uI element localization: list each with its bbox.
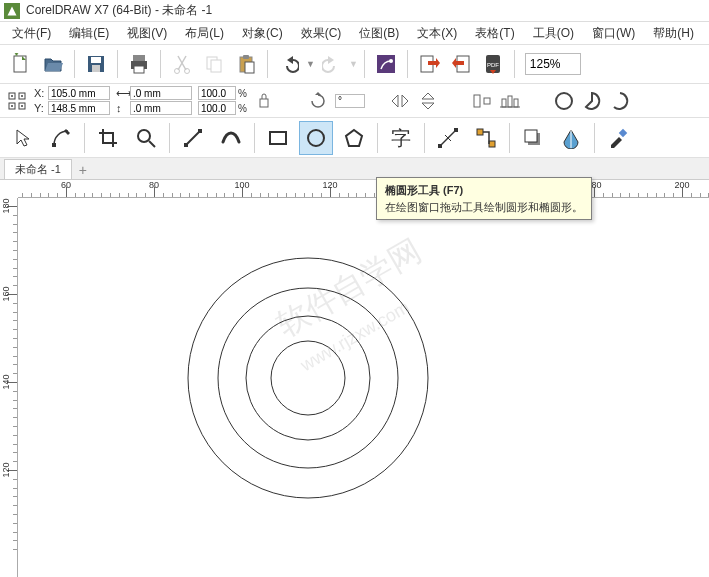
svg-line-51: [149, 141, 155, 147]
svg-rect-41: [474, 95, 480, 107]
menu-item[interactable]: 编辑(E): [61, 23, 117, 44]
height-input[interactable]: [130, 101, 192, 115]
horizontal-ruler: 406080100120140160180200: [18, 180, 709, 198]
publish-pdf-button[interactable]: PDF: [478, 49, 508, 79]
distribute-icon[interactable]: [499, 90, 521, 112]
svg-point-55: [308, 130, 324, 146]
new-button[interactable]: [6, 49, 36, 79]
arc-prop-icon[interactable]: [609, 90, 631, 112]
x-position-input[interactable]: [48, 86, 110, 100]
menu-item[interactable]: 窗口(W): [584, 23, 643, 44]
menu-item[interactable]: 帮助(H): [645, 23, 702, 44]
cut-button[interactable]: [167, 49, 197, 79]
concentric-circles: [158, 208, 458, 508]
svg-marker-56: [346, 130, 362, 146]
svg-point-19: [389, 59, 393, 63]
svg-rect-53: [198, 129, 202, 133]
vertical-ruler: 180160140120: [0, 198, 18, 577]
export-button[interactable]: [446, 49, 476, 79]
document-tab[interactable]: 未命名 -1: [4, 159, 72, 179]
property-bar: X: Y: ⟷ ↕ % %: [0, 84, 709, 118]
menu-item[interactable]: 位图(B): [351, 23, 407, 44]
artistic-media-tool[interactable]: [214, 121, 248, 155]
width-input[interactable]: [130, 86, 192, 100]
ellipse-tool[interactable]: [299, 121, 333, 155]
zoom-tool[interactable]: [129, 121, 163, 155]
rotation-icon[interactable]: [307, 90, 329, 112]
pick-tool[interactable]: [6, 121, 40, 155]
svg-rect-60: [454, 128, 458, 132]
drawing-canvas[interactable]: 软件自学网www.rjzxw.com: [18, 198, 709, 577]
svg-rect-45: [514, 99, 518, 107]
svg-rect-44: [508, 96, 512, 107]
zoom-input[interactable]: [525, 53, 581, 75]
copy-button[interactable]: [199, 49, 229, 79]
polygon-tool[interactable]: [337, 121, 371, 155]
toolbox: 字: [0, 118, 709, 158]
svg-point-69: [188, 258, 428, 498]
menu-item[interactable]: 表格(T): [467, 23, 522, 44]
svg-marker-2: [15, 53, 19, 56]
page-size-icon[interactable]: [6, 90, 28, 112]
rotation-input[interactable]: [335, 94, 365, 108]
add-tab-button[interactable]: +: [74, 161, 92, 179]
search-content-button[interactable]: [371, 49, 401, 79]
svg-rect-65: [525, 130, 537, 142]
menu-bar: 文件(F)编辑(E)视图(V)布局(L)对象(C)效果(C)位图(B)文本(X)…: [0, 22, 709, 44]
svg-rect-18: [377, 55, 395, 73]
crop-tool[interactable]: [91, 121, 125, 155]
menu-item[interactable]: 工具(O): [525, 23, 582, 44]
svg-rect-48: [52, 143, 56, 147]
lock-ratio-icon[interactable]: [253, 90, 275, 112]
connector-tool[interactable]: [469, 121, 503, 155]
import-button[interactable]: [414, 49, 444, 79]
save-button[interactable]: [81, 49, 111, 79]
svg-point-71: [246, 316, 370, 440]
transparency-tool[interactable]: [554, 121, 588, 155]
svg-rect-43: [502, 99, 506, 107]
menu-item[interactable]: 对象(C): [234, 23, 291, 44]
svg-point-34: [21, 105, 23, 107]
svg-rect-35: [260, 99, 268, 107]
svg-point-9: [175, 69, 180, 74]
svg-point-47: [556, 93, 572, 109]
menu-item[interactable]: 效果(C): [293, 23, 350, 44]
title-bar: CorelDRAW X7 (64-Bit) - 未命名 -1: [0, 0, 709, 22]
svg-rect-52: [184, 143, 188, 147]
svg-rect-8: [134, 66, 144, 73]
standard-toolbar: ▼ ▼ PDF: [0, 44, 709, 84]
menu-item[interactable]: 布局(L): [177, 23, 232, 44]
shape-tool[interactable]: [44, 121, 78, 155]
print-button[interactable]: [124, 49, 154, 79]
freehand-tool[interactable]: [176, 121, 210, 155]
align-icon[interactable]: [471, 90, 493, 112]
menu-item[interactable]: 文件(F): [4, 23, 59, 44]
document-tab-bar: 未命名 -1 +: [0, 158, 709, 180]
y-position-input[interactable]: [48, 101, 110, 115]
mirror-v-icon[interactable]: [417, 90, 439, 112]
eyedropper-tool[interactable]: [601, 121, 635, 155]
menu-item[interactable]: 文本(X): [409, 23, 465, 44]
scale-y-input[interactable]: [198, 101, 236, 115]
ellipse-prop-icon[interactable]: [553, 90, 575, 112]
svg-rect-42: [484, 98, 490, 104]
menu-item[interactable]: 视图(V): [119, 23, 175, 44]
app-icon: [4, 3, 20, 19]
pie-prop-icon[interactable]: [581, 90, 603, 112]
svg-marker-40: [422, 103, 434, 109]
rectangle-tool[interactable]: [261, 121, 295, 155]
scale-x-input[interactable]: [198, 86, 236, 100]
tooltip-description: 在绘图窗口拖动工具绘制圆形和椭圆形。: [385, 199, 583, 216]
paste-button[interactable]: [231, 49, 261, 79]
open-button[interactable]: [38, 49, 68, 79]
svg-marker-16: [287, 56, 293, 64]
text-tool[interactable]: 字: [384, 121, 418, 155]
drop-shadow-tool[interactable]: [516, 121, 550, 155]
redo-button[interactable]: [317, 49, 347, 79]
undo-button[interactable]: [274, 49, 304, 79]
svg-marker-36: [315, 92, 321, 95]
svg-marker-38: [402, 95, 408, 107]
mirror-h-icon[interactable]: [389, 90, 411, 112]
svg-point-72: [271, 341, 345, 415]
dimension-tool[interactable]: [431, 121, 465, 155]
